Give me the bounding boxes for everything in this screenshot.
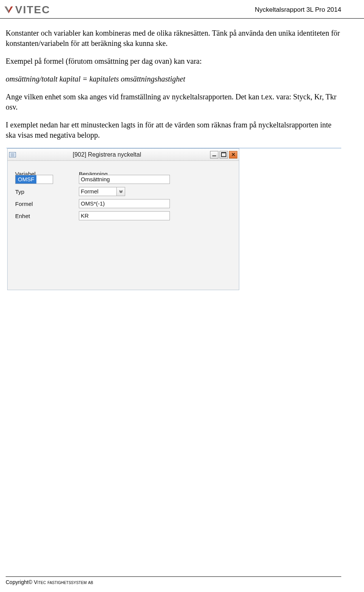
- vitec-logo-icon: [4, 5, 14, 15]
- page-header: VITEC Nyckeltalsrapport 3L Pro 2014: [0, 0, 364, 19]
- paragraph-2: Exempel på formel (förutom omsättning pe…: [6, 56, 341, 66]
- field-variabel-value: OMSF: [16, 175, 36, 184]
- window-buttons: ✕: [210, 151, 237, 159]
- row-formel: Formel OMS*(-1): [15, 199, 235, 208]
- row-typ: Typ Formel: [15, 187, 235, 196]
- content-area: Konstanter och variabler kan kombineras …: [0, 28, 364, 290]
- field-enhet[interactable]: KR: [79, 211, 170, 220]
- document-icon: [9, 152, 16, 157]
- paragraph-4: Ange vilken enhet som ska anges vid fram…: [6, 92, 341, 112]
- paragraph-5: I exemplet nedan har ett minustecken lag…: [6, 120, 341, 140]
- field-formel[interactable]: OMS*(-1): [79, 199, 170, 208]
- chevron-down-icon: [119, 190, 123, 193]
- window-body: Variabel Benämning OMSF Omsättning Typ F…: [8, 161, 239, 290]
- label-typ: Typ: [15, 188, 79, 195]
- window-titlebar: [902] Registrera nyckeltal ✕: [8, 149, 239, 161]
- row-enhet: Enhet KR: [15, 211, 235, 220]
- label-formel: Formel: [15, 201, 79, 207]
- logo-text: VITEC: [15, 4, 50, 16]
- footer-company: Vitec fastighetssystem ab: [34, 579, 93, 585]
- dropdown-button-typ[interactable]: [117, 187, 125, 196]
- paragraph-3-formula: omsättning/totalt kapital = kapitalets o…: [6, 74, 341, 84]
- embedded-window-screenshot: [902] Registrera nyckeltal ✕ Variabel Be…: [6, 148, 341, 290]
- minimize-button[interactable]: [210, 151, 218, 159]
- close-button[interactable]: ✕: [229, 151, 237, 159]
- row-variabel-values: OMSF Omsättning: [15, 175, 235, 184]
- field-variabel[interactable]: OMSF: [15, 175, 53, 184]
- paragraph-1: Konstanter och variabler kan kombineras …: [6, 28, 341, 49]
- maximize-button[interactable]: [220, 151, 228, 159]
- logo: VITEC: [4, 4, 50, 16]
- page-footer: Copyright© Vitec fastighetssystem ab: [6, 576, 341, 585]
- header-title: Nyckeltalsrapport 3L Pro 2014: [255, 6, 341, 14]
- label-enhet: Enhet: [15, 213, 79, 219]
- window-title: [902] Registrera nyckeltal: [19, 151, 210, 158]
- footer-prefix: Copyright©: [6, 579, 34, 585]
- combo-typ: Formel: [79, 187, 125, 196]
- window-frame: [902] Registrera nyckeltal ✕ Variabel Be…: [7, 148, 239, 290]
- field-benamning[interactable]: Omsättning: [79, 175, 170, 184]
- field-typ[interactable]: Formel: [79, 187, 117, 196]
